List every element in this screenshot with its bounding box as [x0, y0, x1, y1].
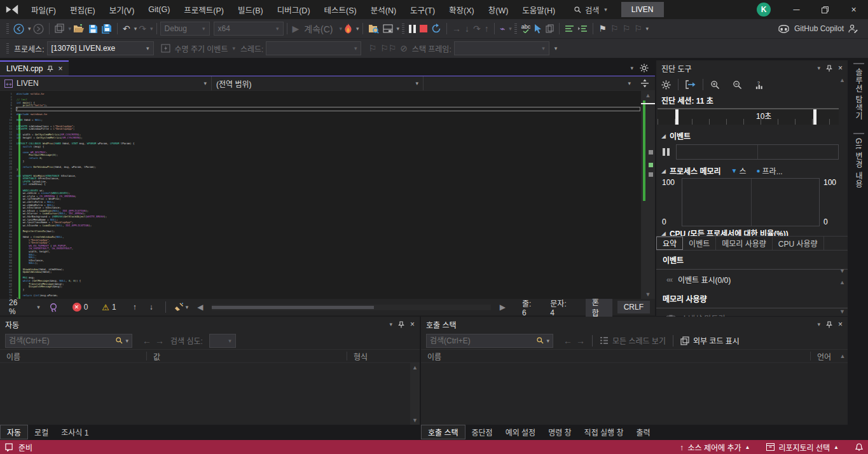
- code-lines[interactable]: 1#include <stdio.h>23// test4int main() …: [0, 93, 640, 299]
- menu-item[interactable]: 도구(T): [403, 0, 442, 19]
- hot-reload-chevron[interactable]: ▾: [356, 25, 359, 32]
- scroll-down-icon[interactable]: ▼: [641, 291, 655, 298]
- callstack-body[interactable]: [421, 363, 848, 425]
- stack-frame-combo[interactable]: ▾: [454, 41, 549, 55]
- clear-bookmarks-button[interactable]: ⚐: [632, 21, 644, 36]
- column-type[interactable]: 형식: [347, 352, 420, 361]
- redo-button[interactable]: ↷: [137, 21, 148, 36]
- menu-item[interactable]: 파일(F): [24, 0, 63, 19]
- diagnostics-timeline[interactable]: 10초: [658, 108, 839, 125]
- menu-item[interactable]: 확장(X): [442, 0, 481, 19]
- pin-icon[interactable]: [826, 65, 832, 72]
- format-document-button[interactable]: [563, 21, 576, 36]
- stop-debugging-button[interactable]: [418, 21, 429, 36]
- next-issue-button[interactable]: ↓: [149, 303, 153, 312]
- vertical-tool-tab[interactable]: Git 변경 내용: [853, 133, 864, 192]
- cpu-section-header-clipped[interactable]: ◢CPU (모든 프로세서에 대한 비율(%)): [656, 228, 848, 236]
- panel-tab[interactable]: 직접 실행 창: [578, 425, 630, 439]
- scope-dropdown[interactable]: (전역 범위) ▾: [212, 76, 424, 90]
- menu-item[interactable]: 창(W): [481, 0, 516, 19]
- window-position-chevron[interactable]: ▾: [389, 321, 392, 327]
- split-editor-handle[interactable]: [635, 76, 654, 90]
- title-search[interactable]: 검색 ▾: [574, 4, 607, 15]
- add-to-source-control-button[interactable]: ↑ 소스 제어에 추가 ▲: [680, 442, 750, 453]
- search-input[interactable]: [430, 336, 536, 345]
- save-all-button[interactable]: [100, 21, 114, 36]
- toolbar-grip[interactable]: [6, 24, 9, 34]
- debugbar-overflow-chevron[interactable]: ▾: [555, 45, 558, 52]
- memory-section-header[interactable]: ◢ 프로세스 메모리 ▼스 ●프라...: [656, 163, 848, 178]
- pin-icon[interactable]: [398, 321, 404, 328]
- menu-item[interactable]: 빌드(B): [231, 0, 270, 19]
- search-depth-combo[interactable]: ▾: [209, 334, 236, 348]
- show-output-button[interactable]: [381, 21, 395, 36]
- callstack-search[interactable]: ▾: [426, 334, 553, 348]
- avatar[interactable]: K: [757, 3, 771, 17]
- search-back-icon[interactable]: ←: [142, 336, 151, 346]
- navigate-back-button[interactable]: [11, 21, 26, 36]
- close-icon[interactable]: ×: [410, 320, 415, 329]
- diagnostics-tab[interactable]: 요약: [656, 237, 683, 250]
- column-name[interactable]: 이름: [0, 352, 146, 361]
- toolbar-overflow-chevron[interactable]: ▾: [397, 25, 400, 32]
- solution-name-button[interactable]: LIVEN: [621, 2, 664, 17]
- window-position-chevron[interactable]: ▾: [817, 65, 820, 71]
- panel-tab[interactable]: 호출 스택: [421, 425, 465, 439]
- diagnostics-tab[interactable]: 이벤트: [683, 237, 716, 250]
- minimize-button[interactable]: ─: [782, 0, 811, 19]
- scroll-up-icon[interactable]: ▲: [837, 353, 848, 359]
- undo-button[interactable]: ↶: [121, 21, 132, 36]
- chart-help-icon[interactable]: ?: [755, 80, 764, 90]
- error-count[interactable]: ✕0: [72, 303, 88, 312]
- menu-item[interactable]: Git(G): [141, 0, 177, 19]
- panel-tab[interactable]: 중단점: [465, 425, 499, 439]
- autos-search[interactable]: ▾: [5, 334, 132, 348]
- format-selection-button[interactable]: [576, 21, 589, 36]
- select-repository-button[interactable]: 리포지토리 선택 ▲: [766, 442, 839, 453]
- scroll-up-icon[interactable]: ▲: [641, 92, 655, 99]
- search-options-chevron[interactable]: ▾: [546, 338, 549, 344]
- open-file-button[interactable]: [71, 21, 86, 36]
- column-name[interactable]: 이름: [421, 352, 810, 361]
- next-bookmark-button[interactable]: ⚐: [620, 21, 632, 36]
- panel-tab[interactable]: 출력: [630, 425, 656, 439]
- notifications-button[interactable]: [855, 443, 863, 451]
- scroll-down-icon[interactable]: ▼: [838, 308, 846, 315]
- project-dropdown[interactable]: ++ LIVEN ▾: [0, 76, 212, 90]
- code-editor[interactable]: 1#include <stdio.h>23// test4int main() …: [0, 91, 655, 299]
- code-map-chevron[interactable]: ▾: [509, 25, 512, 32]
- close-icon[interactable]: ×: [838, 64, 843, 72]
- process-combo[interactable]: [13076] LIVEN.exe▾: [47, 41, 154, 55]
- new-project-button[interactable]: [53, 21, 67, 36]
- menu-item[interactable]: 도움말(H): [515, 0, 562, 19]
- restart-button[interactable]: [429, 21, 443, 36]
- solution-platform-combo[interactable]: x64▾: [214, 22, 284, 36]
- search-options-chevron[interactable]: ▾: [125, 338, 128, 344]
- code-map-button[interactable]: ⌁: [498, 21, 507, 36]
- menu-item[interactable]: 편집(E): [63, 0, 102, 19]
- member-dropdown[interactable]: ▾: [424, 76, 635, 90]
- break-all-button[interactable]: [407, 21, 418, 36]
- hscroll-right-icon[interactable]: ▶: [500, 303, 506, 312]
- navigate-forward-button[interactable]: [31, 21, 46, 36]
- panel-tab[interactable]: 조사식 1: [55, 425, 95, 439]
- line-ending-indicator[interactable]: CRLF: [617, 301, 650, 313]
- menu-item[interactable]: 디버그(D): [270, 0, 317, 19]
- redo-chevron[interactable]: ▾: [150, 25, 153, 32]
- search-forward-icon[interactable]: →: [576, 336, 585, 346]
- search-back-icon[interactable]: ←: [563, 336, 572, 346]
- export-icon[interactable]: [685, 80, 696, 89]
- panel-tab[interactable]: 예외 설정: [499, 425, 542, 439]
- view-all-threads-button[interactable]: 모든 스레드 보기: [600, 335, 666, 346]
- prev-issue-button[interactable]: ↑: [133, 303, 137, 312]
- search-forward-icon[interactable]: →: [155, 336, 164, 346]
- diagnostics-tab[interactable]: 메모리 사용량: [716, 237, 773, 250]
- thread-combo[interactable]: ▾: [266, 41, 361, 55]
- flagged-only-button[interactable]: ⊘: [398, 41, 410, 56]
- close-icon[interactable]: ×: [838, 320, 843, 329]
- scroll-up-icon[interactable]: ▲: [838, 279, 846, 285]
- autos-scrollbar[interactable]: ▲ ▼: [410, 363, 420, 425]
- step-over-button[interactable]: ↷: [471, 21, 483, 36]
- panel-tab[interactable]: 자동: [0, 425, 28, 439]
- timeline-marker[interactable]: [675, 109, 679, 125]
